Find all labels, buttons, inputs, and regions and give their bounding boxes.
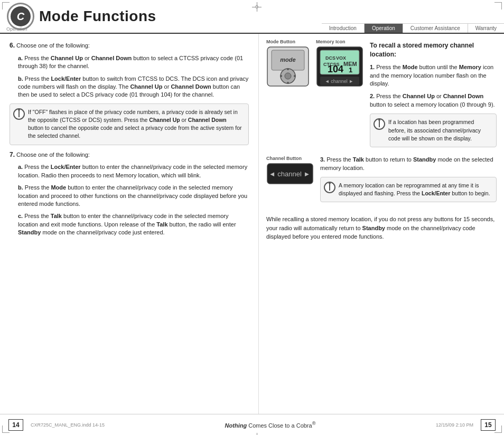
step-7c-label: c. [18, 213, 23, 219]
step-7b: b. Press the Mode button to enter the ch… [18, 184, 249, 208]
svg-text:104: 104 [328, 64, 343, 74]
channel-row: Channel Button ◄ channel ► 3. Press the … [266, 156, 497, 207]
mode-button-label: Mode Button [266, 39, 310, 44]
page-number-right: 15 [481, 419, 496, 431]
warning-2-text: If a location has been programmed before… [388, 119, 481, 141]
mode-button-panel: Mode Button mode [266, 39, 310, 153]
corner-mark-tl [2, 2, 10, 10]
device-panels: Mode Button mode [266, 39, 497, 153]
header: C Mode Functions Operation Introduction … [0, 0, 504, 34]
left-column: 6. Choose one of the following: a. Press… [0, 34, 259, 414]
right-step-3: 3. Press the Talk button to return to St… [320, 156, 497, 173]
step-6b-text: Press the Lock/Enter button to switch fr… [18, 75, 248, 98]
channel-button-svg: ◄ channel ► [266, 163, 314, 185]
corner-mark-br [494, 425, 502, 433]
warning-box-1: If "OFF" flashes in place of the privacy… [10, 103, 249, 145]
step-6b-label: b. [18, 75, 23, 82]
step-6-label: 6. [10, 42, 15, 49]
step-6a-label: a. [18, 55, 23, 61]
svg-point-5 [287, 68, 289, 70]
footer-brand: Nothing Comes Close to a Cobra® [225, 421, 316, 429]
step-6b: b. Press the Lock/Enter button to switch… [18, 75, 249, 99]
step-6-text: Choose one of the following: [16, 42, 90, 49]
svg-text:DCS: DCS [325, 55, 335, 61]
corner-mark-tr [494, 2, 502, 10]
footer-right: 12/15/09 2:10 PM 15 [436, 419, 496, 431]
header-op-label: Operation [6, 26, 27, 32]
mode-button-svg: mode [266, 46, 310, 87]
info-icon-2 [374, 118, 385, 130]
footer-file: CXR725C_MANL_ENG.indd 14-15 [31, 422, 105, 428]
channel-button-panel: Channel Button ◄ channel ► [266, 156, 314, 185]
footer: 14 CXR725C_MANL_ENG.indd 14-15 Nothing C… [0, 414, 504, 435]
svg-point-7 [280, 75, 282, 77]
step-7c-text: Press the Talk button to enter the chann… [18, 213, 236, 235]
step-3-area: 3. Press the Talk button to return to St… [320, 156, 497, 207]
step-7a: a. Press the Lock/Enter button to enter … [18, 163, 249, 179]
svg-point-4 [285, 73, 291, 79]
right-steps-area: To recall a stored memory channel locati… [370, 39, 497, 153]
svg-text:1: 1 [349, 66, 352, 74]
warning-box-2: If a location has been programmed before… [370, 114, 497, 147]
footer-brand-text: Comes Close to a Cobra® [248, 422, 315, 429]
right-heading: To recall a stored memory channel locati… [370, 41, 497, 59]
step-7-label: 7. [10, 151, 15, 158]
warning-1-text: If "OFF" flashes in place of the privacy… [28, 109, 241, 139]
corner-mark-bl [2, 425, 10, 433]
right-step-2: 2. Press the Channel Up or Channel Down … [370, 92, 497, 109]
footer-left: 14 CXR725C_MANL_ENG.indd 14-15 [8, 419, 105, 431]
step-6a: a. Press the Channel Up or Channel Down … [18, 54, 249, 71]
svg-point-6 [294, 75, 296, 77]
svg-text:◄ channel ►: ◄ channel ► [325, 79, 353, 84]
channel-button-label: Channel Button [266, 156, 314, 161]
memory-icon-panel: Memory Icon DCS VOX CTCSS MEM 104 [316, 39, 363, 153]
svg-point-8 [287, 82, 289, 84]
standby-paragraph: While recalling a stored memory location… [266, 215, 497, 241]
step-7: 7. Choose one of the following: [10, 150, 249, 159]
step-6a-text: Press the Channel Up or Channel Down but… [18, 55, 243, 69]
nav-customer-assistance[interactable]: Customer Assistance [403, 24, 468, 33]
svg-text:◄ channel ►: ◄ channel ► [269, 170, 311, 178]
header-nav: Introduction Operation Customer Assistan… [322, 23, 504, 33]
right-step-1: 1. Press the Mode button until the Memor… [370, 63, 497, 89]
step-7a-text: Press the Lock/Enter button to enter the… [18, 164, 247, 178]
svg-text:VOX: VOX [336, 55, 346, 61]
nav-operation[interactable]: Operation [365, 24, 403, 33]
step-7b-text: Press the Mode button to enter the chann… [18, 184, 247, 207]
nav-warranty[interactable]: Warranty [468, 24, 504, 33]
step-6: 6. Choose one of the following: [10, 41, 249, 50]
info-icon-1 [13, 108, 25, 120]
warning-3-text: A memory location can be reprogrammed at… [339, 182, 490, 196]
step-7c: c. Press the Talk button to enter the ch… [18, 212, 249, 237]
svg-text:mode: mode [280, 56, 295, 63]
warning-box-3: A memory location can be reprogrammed at… [320, 177, 497, 202]
right-column: Mode Button mode [259, 34, 504, 414]
footer-date: 12/15/09 2:10 PM [436, 422, 473, 428]
page-number-left: 14 [8, 419, 23, 431]
memory-icon-label: Memory Icon [316, 39, 363, 44]
nav-introduction[interactable]: Introduction [322, 24, 365, 33]
info-icon-3 [324, 182, 335, 193]
page-title: Mode Functions [39, 8, 156, 25]
step-7a-label: a. [18, 164, 23, 170]
step-7-text: Choose one of the following: [16, 152, 90, 158]
footer-brand-nothing: Nothing [225, 422, 247, 429]
main-content: 6. Choose one of the following: a. Press… [0, 34, 504, 414]
step-7b-label: b. [18, 184, 23, 191]
memory-icon-svg: DCS VOX CTCSS MEM 104 1 ◄ channel ► [316, 46, 363, 87]
